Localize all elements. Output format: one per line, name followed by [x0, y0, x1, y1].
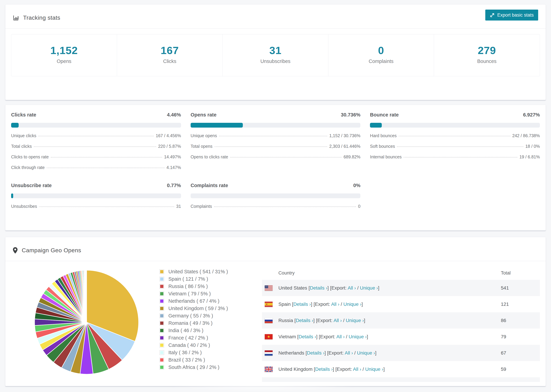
map-pin-icon	[13, 247, 18, 254]
rate-detail-value: 0	[358, 204, 360, 209]
rate-title: Unsubscribe rate	[11, 183, 52, 188]
export-all-link[interactable]: All ›	[331, 301, 339, 307]
country-cell: Vietnam [Details ›] [Export: All › / Uni…	[278, 334, 501, 339]
stat-label: Clicks	[117, 58, 223, 64]
rate-title: Bounce rate	[370, 112, 399, 118]
legend-swatch	[160, 306, 164, 311]
legend-label: Germany ( 55 / 3% )	[168, 313, 213, 319]
details-link[interactable]: Details ›	[315, 366, 333, 372]
stat-label: Opens	[11, 58, 117, 64]
progress-bar	[11, 193, 181, 198]
export-button-label: Export basic stats	[497, 13, 534, 18]
legend-item-india: India ( 46 / 3% )	[160, 327, 252, 334]
dotted-leader	[34, 147, 156, 147]
legend-swatch	[160, 270, 164, 274]
country-name: United States	[278, 285, 309, 291]
legend-label: Italy ( 36 / 2% )	[168, 350, 202, 355]
rate-detail-row: Hard bounces242 / 86.738%	[370, 133, 540, 138]
rate-title: Complaints rate	[191, 183, 228, 188]
details-link[interactable]: Details ›	[293, 301, 311, 307]
rate-value: 30.736%	[341, 112, 360, 118]
legend-label: United Kingdom ( 59 / 3% )	[168, 306, 228, 311]
stat-clicks: 167Clicks	[117, 34, 223, 76]
es-flag-icon	[265, 301, 273, 307]
dotted-leader	[38, 136, 154, 136]
details-link[interactable]: Details ›	[299, 334, 316, 339]
total-column-header: Total	[501, 270, 540, 276]
export-basic-stats-button[interactable]: Export basic stats	[485, 10, 538, 21]
rate-detail-row: Complaints0	[191, 204, 360, 209]
gb-flag-icon	[265, 366, 273, 372]
legend-item-united-kingdom: United Kingdom ( 59 / 3% )	[160, 305, 252, 312]
geo-table: Country Total United States [Details ›] …	[262, 267, 540, 382]
rate-detail-value: 689.82%	[344, 154, 360, 159]
progress-fill	[370, 123, 382, 128]
stat-opens: 1,152Opens	[11, 34, 117, 76]
rate-detail-row: Unique clicks167 / 4.456%	[11, 133, 181, 138]
rate-detail-row: Total opens2,303 / 61.446%	[191, 144, 360, 149]
campaign-geo-opens-panel: Campaign Geo Opens United States ( 541 /…	[5, 237, 546, 386]
legend-swatch	[160, 343, 164, 347]
legend-item-canada: Canada ( 40 / 2% )	[160, 342, 252, 349]
rate-detail-value: 167 / 4.456%	[156, 133, 181, 138]
details-link[interactable]: Details ›	[296, 318, 313, 323]
bar-chart-icon	[13, 15, 19, 21]
legend-label: Spain ( 121 / 7% )	[168, 276, 208, 282]
rate-detail-label: Clicks to opens rate	[11, 154, 49, 159]
geo-pie-chart	[33, 269, 140, 375]
export-unique-link[interactable]: Unique ›	[357, 350, 375, 356]
rate-detail-row: Unsubscribes31	[11, 204, 181, 209]
export-all-link[interactable]: All ›	[353, 366, 361, 372]
stat-value: 0	[328, 44, 434, 56]
geo-table-header: Country Total	[262, 267, 540, 280]
legend-item-france: France ( 42 / 2% )	[160, 334, 252, 342]
details-link[interactable]: Details ›	[307, 350, 325, 356]
export-all-link[interactable]: All ›	[345, 350, 353, 356]
country-name: Spain	[278, 301, 292, 307]
country-cell: Russia [Details ›] [Export: All › / Uniq…	[278, 318, 501, 323]
dotted-leader	[219, 136, 327, 136]
export-unique-link[interactable]: Unique ›	[365, 366, 383, 372]
tracking-stats-header: Tracking stats Export basic stats	[5, 4, 546, 28]
rate-value: 6.927%	[523, 112, 540, 118]
legend-item-brazil: Brazil ( 33 / 2% )	[160, 356, 252, 364]
details-link[interactable]: Details ›	[310, 285, 327, 291]
export-all-link[interactable]: All ›	[336, 334, 345, 339]
stat-unsubscribes: 31Unsubscribes	[223, 34, 328, 76]
vn-flag-icon	[265, 334, 273, 339]
legend-swatch	[160, 284, 164, 288]
legend-label: Russia ( 86 / 5% )	[168, 284, 208, 289]
export-unique-link[interactable]: Unique ›	[349, 334, 367, 339]
stat-label: Unsubscribes	[223, 58, 328, 64]
country-cell: Netherlands [Details ›] [Export: All › /…	[278, 350, 501, 356]
stats-overview: 1,152Opens167Clicks31Unsubscribes0Compla…	[11, 34, 540, 76]
rate-detail-value: 242 / 86.738%	[512, 133, 540, 138]
export-unique-link[interactable]: Unique ›	[346, 318, 364, 323]
rate-block-clicks-rate: Clicks rate4.46%Unique clicks167 / 4.456…	[11, 112, 181, 170]
rate-block-opens-rate: Opens rate30.736%Unique opens1,152 / 30.…	[191, 112, 360, 170]
stat-value: 31	[223, 44, 328, 56]
legend-swatch	[160, 292, 164, 296]
table-row-netherlands: Netherlands [Details ›] [Export: All › /…	[262, 345, 540, 361]
rate-detail-value: 220 / 5.87%	[158, 144, 181, 149]
export-all-link[interactable]: All ›	[333, 318, 342, 323]
legend-label: France ( 42 / 2% )	[168, 335, 208, 341]
country-column-header: Country	[262, 270, 501, 276]
export-unique-link[interactable]: Unique ›	[343, 301, 361, 307]
ru-flag-icon	[265, 318, 273, 323]
export-unique-link[interactable]: Unique ›	[360, 285, 378, 291]
rate-value: 4.46%	[167, 112, 181, 118]
legend-item-vietnam: Vietnam ( 79 / 5% )	[160, 290, 252, 297]
legend-label: Brazil ( 33 / 2% )	[168, 357, 205, 363]
rate-detail-row: Total clicks220 / 5.87%	[11, 144, 181, 149]
rate-detail-label: Unique clicks	[11, 133, 36, 138]
total-cell: 59	[501, 366, 540, 372]
export-all-link[interactable]: All ›	[348, 285, 356, 291]
rate-detail-row: Internal bounces19 / 6.81%	[370, 154, 540, 159]
legend-label: Netherlands ( 67 / 4% )	[168, 298, 219, 304]
rate-detail-value: 19 / 6.81%	[519, 154, 540, 159]
table-row-united-states: United States [Details ›] [Export: All ›…	[262, 280, 540, 296]
country-name: Netherlands	[278, 350, 306, 356]
progress-bar	[191, 123, 360, 128]
country-cell: United States [Details ›] [Export: All ›…	[278, 285, 501, 291]
